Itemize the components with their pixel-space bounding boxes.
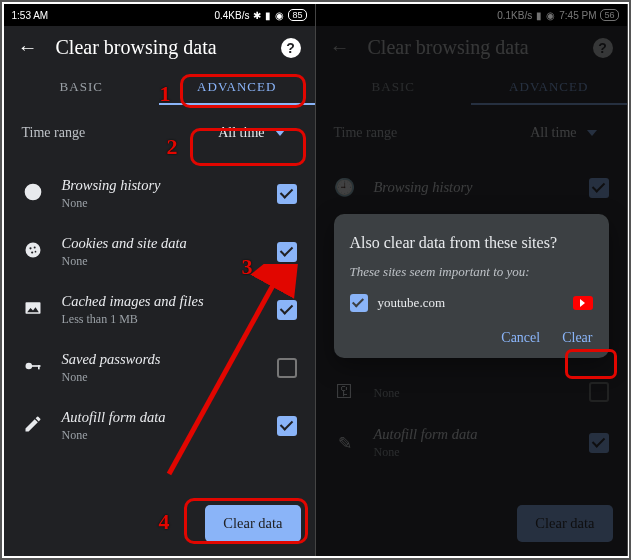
signal-icon: ▮ — [265, 10, 271, 21]
site-name: youtube.com — [378, 295, 563, 311]
checkbox[interactable] — [277, 358, 297, 378]
checkbox[interactable] — [277, 416, 297, 436]
clear-data-button[interactable]: Clear data — [205, 505, 300, 542]
header: ← Clear browsing data ? — [4, 26, 315, 69]
list-item[interactable]: Saved passwordsNone — [4, 339, 315, 397]
svg-point-1 — [29, 247, 31, 249]
history-icon — [22, 182, 44, 207]
svg-rect-8 — [38, 365, 40, 369]
confirm-dialog: Also clear data from these sites? These … — [334, 214, 609, 358]
cookie-icon — [22, 240, 44, 265]
time-range-value: All time — [218, 125, 264, 141]
item-label: Saved passwords — [62, 351, 259, 368]
item-label: Cookies and site data — [62, 235, 259, 252]
item-label: Browsing history — [62, 177, 259, 194]
time-range-dropdown[interactable]: All time — [206, 119, 296, 147]
status-bar: 1:53 AM 0.4KB/s ✱ ▮ ◉ 85 — [4, 4, 315, 26]
item-sub: None — [62, 196, 259, 211]
youtube-icon — [573, 296, 593, 310]
pencil-icon — [22, 414, 44, 439]
clear-button[interactable]: Clear — [562, 330, 592, 346]
chevron-down-icon — [275, 130, 285, 136]
cancel-button[interactable]: Cancel — [501, 330, 540, 346]
checkbox[interactable] — [350, 294, 368, 312]
dialog-site-row[interactable]: youtube.com — [350, 294, 593, 312]
back-icon[interactable]: ← — [18, 36, 38, 59]
left-screenshot: 1:53 AM 0.4KB/s ✱ ▮ ◉ 85 ← Clear browsin… — [4, 4, 316, 556]
item-sub: None — [62, 254, 259, 269]
dialog-subtitle: These sites seem important to you: — [350, 264, 593, 280]
item-sub: None — [62, 428, 259, 443]
help-icon[interactable]: ? — [281, 38, 301, 58]
item-label: Autofill form data — [62, 409, 259, 426]
options-list: Browsing historyNone Cookies and site da… — [4, 161, 315, 459]
checkbox[interactable] — [277, 300, 297, 320]
svg-point-2 — [33, 246, 35, 248]
dialog-title: Also clear data from these sites? — [350, 232, 593, 254]
annotation-number: 2 — [167, 134, 178, 160]
annotation-number: 3 — [242, 254, 253, 280]
checkbox[interactable] — [277, 242, 297, 262]
wifi-icon: ◉ — [275, 10, 284, 21]
list-item[interactable]: Cookies and site dataNone — [4, 223, 315, 281]
item-sub: Less than 1 MB — [62, 312, 259, 327]
item-sub: None — [62, 370, 259, 385]
image-icon — [22, 298, 44, 323]
page-title: Clear browsing data — [56, 36, 263, 59]
bluetooth-icon: ✱ — [253, 10, 261, 21]
svg-point-4 — [34, 250, 36, 252]
battery-icon: 85 — [288, 9, 306, 21]
key-icon — [22, 356, 44, 381]
time-range-label: Time range — [22, 125, 86, 141]
svg-point-6 — [25, 362, 32, 369]
list-item[interactable]: Autofill form dataNone — [4, 397, 315, 455]
status-time: 1:53 AM — [12, 10, 49, 21]
tab-basic[interactable]: BASIC — [4, 69, 160, 105]
svg-point-3 — [31, 251, 33, 253]
item-label: Cached images and files — [62, 293, 259, 310]
annotation-number: 4 — [159, 509, 170, 535]
tab-advanced[interactable]: ADVANCED — [159, 69, 315, 105]
checkbox[interactable] — [277, 184, 297, 204]
list-item[interactable]: Cached images and filesLess than 1 MB — [4, 281, 315, 339]
annotation-number: 1 — [160, 81, 171, 107]
right-screenshot: 0.1KB/s ▮ ◉ 7:45 PM 56 ← Clear browsing … — [316, 4, 628, 556]
svg-point-0 — [25, 242, 40, 257]
list-item[interactable]: Browsing historyNone — [4, 165, 315, 223]
time-range-row: Time range All time — [4, 105, 315, 161]
status-net: 0.4KB/s — [214, 10, 249, 21]
